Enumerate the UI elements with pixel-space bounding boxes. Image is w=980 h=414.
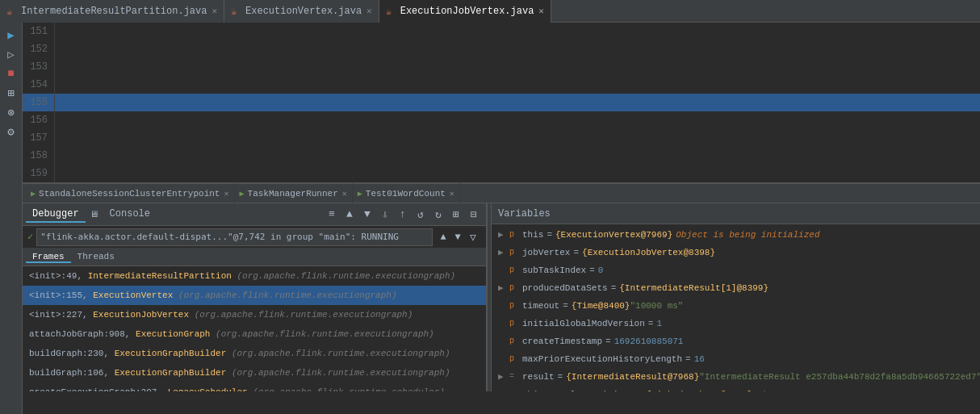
frame-item-0[interactable]: <init>:49, IntermediateResultPartition (… [23, 266, 486, 286]
java-icon-2: ☕ [231, 6, 242, 17]
frame-item-3[interactable]: attachJobGraph:908, ExecutionGraph (org.… [23, 324, 486, 344]
tab-execution-vertex[interactable]: ☕ ExecutionVertex.java ✕ [224, 0, 379, 23]
show-exec-point-btn[interactable]: ≡ [324, 207, 340, 223]
ds-close-3[interactable]: ✕ [450, 189, 454, 199]
thread-selector: ✓ ▲ ▼ ▽ [23, 226, 486, 249]
code-line-159: 159 } [23, 165, 980, 182]
left-sidebar: ▶ ▷ ■ ⊞ ⊗ ⚙ [0, 23, 23, 414]
var-timeout[interactable]: p timeout = {Time@8400} "10000 ms" [492, 297, 980, 315]
force-step-into-btn[interactable]: ⇩ [377, 207, 393, 223]
code-line-156: 156 result.setPartition(subTaskIndex, ir… [23, 111, 980, 129]
settings-dbg-btn[interactable]: ⊞ [448, 207, 464, 223]
expand-resultPartitions[interactable]: ▶ [498, 387, 509, 391]
restore-layout-btn[interactable]: ⊟ [466, 207, 482, 223]
thread-up-btn[interactable]: ▲ [436, 229, 450, 245]
code-line-152: 152 this.resultPartitions = new LinkedHa… [23, 40, 980, 58]
tab-debugger[interactable]: Debugger [26, 207, 86, 223]
debug-session-1[interactable]: ▶ StandaloneSessionClusterEntrypoint ✕ [26, 183, 235, 204]
debug-session-3[interactable]: ▶ Test01WordCount ✕ [353, 183, 460, 204]
tab-close-3[interactable]: ✕ [538, 6, 544, 16]
frame-item-5[interactable]: buildGraph:106, ExecutionGraphBuilder (o… [23, 363, 486, 383]
debug-sidebar-btn[interactable]: ▶ [2, 26, 20, 44]
frame-item-1[interactable]: <init>:155, ExecutionVertex (org.apache.… [23, 286, 486, 305]
tab-threads[interactable]: Threads [71, 252, 121, 263]
content-area: 151 152 this.resultPartitions = new Link… [23, 23, 980, 414]
variables-header: Variables [492, 203, 980, 224]
debug-toolbar: Debugger 🖥 Console ≡ ▲ ▼ ⇩ ↑ ↺ ↻ ⊞ ⊟ [23, 203, 486, 226]
var-createTimestamp[interactable]: p createTimestamp = 1692610885071 [492, 332, 980, 350]
tab-frames[interactable]: Frames [26, 252, 71, 263]
debug-session-tabs: ▶ StandaloneSessionClusterEntrypoint ✕ ▶… [23, 182, 980, 203]
code-line-151: 151 [23, 23, 980, 40]
step-out-btn[interactable]: ↑ [395, 207, 411, 223]
code-line-158: 158 resultPartitions.put(irp.getPartitio… [23, 147, 980, 165]
debug-icon-3: ▶ [358, 189, 362, 199]
var-initialGlobalModVersion[interactable]: p initialGlobalModVersion = 1 [492, 315, 980, 332]
thread-arrows: ▲ ▼ [436, 229, 465, 245]
ds-close-1[interactable]: ✕ [224, 189, 228, 199]
code-line-154: 154 for (IntermediateResult result : pro… [23, 76, 980, 94]
mute-btn[interactable]: ⊗ [2, 103, 20, 121]
expand-producedDataSets[interactable]: ▶ [498, 281, 509, 295]
var-producedDataSets[interactable]: ▶ p producedDataSets = {IntermediateResu… [492, 279, 980, 297]
run-to-cursor-btn[interactable]: ↺ [413, 207, 429, 223]
java-icon: ☕ [6, 6, 18, 17]
tab-console[interactable]: Console [103, 207, 157, 223]
resume-btn[interactable]: ⊞ [2, 84, 20, 102]
frame-item-6[interactable]: createExecutionGraph:207, LegacySchedule… [23, 383, 486, 391]
tab-bar: ☕ IntermediateResultPartition.java ✕ ☕ E… [0, 0, 980, 23]
debug-icon-2: ▶ [240, 189, 245, 199]
tab-close-2[interactable]: ✕ [366, 6, 372, 16]
step-over-btn[interactable]: ▲ [341, 207, 358, 223]
debug-right-panel: Variables ▶ p this = {ExecutionVertex@79… [492, 203, 980, 391]
thread-down-btn[interactable]: ▼ [450, 229, 465, 245]
main-layout: ▶ ▷ ■ ⊞ ⊗ ⚙ 151 152 this.resultPartition… [0, 23, 980, 414]
var-result[interactable]: ▶ = result = {IntermediateResult@7968} "… [492, 368, 980, 386]
var-jobVertex[interactable]: ▶ p jobVertex = {ExecutionJobVertex@8398… [492, 244, 980, 261]
variables-list: ▶ p this = {ExecutionVertex@7969} Object… [492, 224, 980, 391]
tab-close-1[interactable]: ✕ [211, 6, 217, 16]
run-sidebar-btn[interactable]: ▷ [2, 45, 20, 63]
console-icon[interactable]: 🖥 [86, 207, 103, 223]
tab-intermediate[interactable]: ☕ IntermediateResultPartition.java ✕ [0, 0, 224, 23]
expand-this[interactable]: ▶ [498, 228, 509, 242]
frames-list: <init>:49, IntermediateResultPartition (… [23, 266, 486, 391]
step-into-btn[interactable]: ▼ [359, 207, 375, 223]
tab-execution-job-vertex[interactable]: ☕ ExecutionJobVertex.java ✕ [379, 0, 551, 23]
code-line-157: 157 [23, 129, 980, 147]
thread-name-input[interactable] [36, 228, 433, 246]
stop-sidebar-btn[interactable]: ■ [2, 65, 20, 82]
debug-panel: Debugger 🖥 Console ≡ ▲ ▼ ⇩ ↑ ↺ ↻ ⊞ ⊟ ✓ [23, 203, 980, 391]
code-area: 151 152 this.resultPartitions = new Link… [23, 23, 980, 182]
debug-left-panel: Debugger 🖥 Console ≡ ▲ ▼ ⇩ ↑ ↺ ↻ ⊞ ⊟ ✓ [23, 203, 487, 391]
var-maxPriorExecutionHistoryLength[interactable]: p maxPriorExecutionHistoryLength = 16 [492, 350, 980, 368]
ds-close-2[interactable]: ✕ [342, 189, 347, 199]
debug-icon-1: ▶ [31, 189, 36, 199]
debug-session-2[interactable]: ▶ TaskManagerRunner ✕ [235, 183, 353, 204]
var-subTaskIndex[interactable]: p subTaskIndex = 0 [492, 261, 980, 279]
frames-tabs-bar: Frames Threads [23, 249, 486, 266]
expand-result[interactable]: ▶ [498, 370, 509, 384]
expand-jobVertex[interactable]: ▶ [498, 245, 509, 260]
java-icon-3: ☕ [386, 6, 397, 17]
frame-item-2[interactable]: <init>:227, ExecutionJobVertex (org.apac… [23, 305, 486, 324]
var-resultPartitions[interactable]: ▶ oo this.resultPartitions = {LinkedHash… [492, 386, 980, 391]
filter-btn[interactable]: ▽ [465, 229, 481, 245]
code-line-153: 153 [23, 58, 980, 76]
frame-item-4[interactable]: buildGraph:230, ExecutionGraphBuilder (o… [23, 344, 486, 363]
code-line-155: 155 IntermediateResultPartition irp = ne… [23, 94, 980, 111]
evaluate-btn[interactable]: ↻ [430, 207, 446, 223]
var-this[interactable]: ▶ p this = {ExecutionVertex@7969} Object… [492, 226, 980, 244]
thread-check-icon: ✓ [27, 231, 33, 243]
settings-btn[interactable]: ⚙ [2, 123, 20, 140]
